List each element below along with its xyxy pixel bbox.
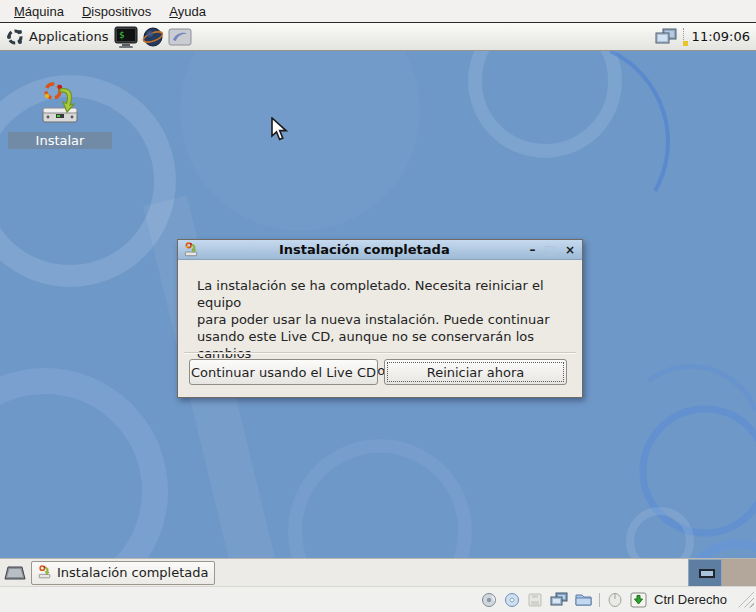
dialog-separator: [184, 352, 576, 354]
terminal-icon[interactable]: $: [114, 26, 138, 48]
dialog-installer-icon: [183, 242, 199, 258]
desktop-top-panel: Applications $: [0, 23, 756, 51]
virtualbox-window: Máquina Dispositivos Ayuda Applications: [0, 0, 756, 612]
task-button-instalacion[interactable]: Instalación completada: [31, 561, 215, 585]
window-controls: – □ ×: [530, 244, 577, 256]
close-button[interactable]: ×: [565, 244, 575, 256]
shared-folder-icon[interactable]: [575, 592, 592, 607]
panel-clock: 11:09:06: [692, 29, 750, 44]
vbox-statusbar: Ctrl Derecho: [0, 586, 756, 612]
statusbar-separator: [599, 593, 600, 607]
keyboard-icon: [630, 592, 647, 608]
vm-network-icon[interactable]: [550, 592, 568, 608]
desktop-icon-label: Instalar: [8, 132, 112, 149]
cd-icon[interactable]: [504, 592, 520, 608]
desktop-taskbar: Instalación completada: [0, 558, 756, 586]
web-browser-icon[interactable]: [168, 27, 192, 47]
vm-menubar: Máquina Dispositivos Ayuda: [0, 0, 756, 22]
dialog-titlebar[interactable]: Instalación completada – □ ×: [178, 240, 582, 260]
desktop-icon-instalar[interactable]: Instalar: [8, 81, 112, 149]
task-button-label: Instalación completada: [57, 565, 208, 580]
applications-menu[interactable]: Applications: [0, 23, 114, 50]
installer-icon: [36, 81, 84, 129]
mouse-icon: [607, 592, 623, 607]
menu-maquina[interactable]: Máquina: [6, 2, 72, 21]
show-desktop-button[interactable]: [2, 561, 28, 585]
menu-ayuda[interactable]: Ayuda: [161, 2, 214, 21]
host-key-label: Ctrl Derecho: [654, 592, 727, 607]
network-monitors-icon[interactable]: [655, 28, 677, 46]
notification-dot: [683, 41, 688, 46]
workspace-1[interactable]: [688, 559, 722, 587]
panel-separator: [683, 28, 686, 46]
menu-dispositivos[interactable]: Dispositivos: [74, 2, 159, 21]
restart-now-button[interactable]: Reiniciar ahora: [384, 359, 567, 385]
applications-label: Applications: [29, 29, 108, 44]
show-desktop-icon: [4, 566, 26, 580]
maximize-button[interactable]: □: [545, 244, 556, 256]
dialog-title: Instalación completada: [199, 242, 530, 257]
workspace-window-thumb: [699, 569, 715, 578]
floppy-icon[interactable]: [527, 592, 543, 608]
vm-display: Applications $: [0, 22, 756, 586]
workspace-pager: [688, 559, 756, 587]
help-browser-icon[interactable]: [142, 26, 164, 48]
cursor-icon: [270, 117, 288, 143]
minimize-button[interactable]: –: [530, 244, 536, 256]
task-installer-icon: [37, 565, 52, 580]
desktop: Instalar Instalación completada: [0, 51, 756, 559]
hdd-icon[interactable]: [481, 592, 497, 608]
distributor-logo-icon: [6, 28, 24, 46]
installation-complete-dialog: Instalación completada – □ × La instalac…: [177, 239, 583, 398]
continue-livecd-button[interactable]: Continuar usando el Live CD: [189, 359, 378, 385]
workspace-2[interactable]: [722, 559, 756, 587]
dialog-button-row: Continuar usando el Live CD Reiniciar ah…: [189, 359, 567, 385]
svg-text:$: $: [119, 30, 124, 40]
panel-right-area: 11:09:06: [655, 28, 756, 46]
resize-grip[interactable]: [738, 592, 754, 608]
panel-launchers: $: [114, 26, 192, 48]
